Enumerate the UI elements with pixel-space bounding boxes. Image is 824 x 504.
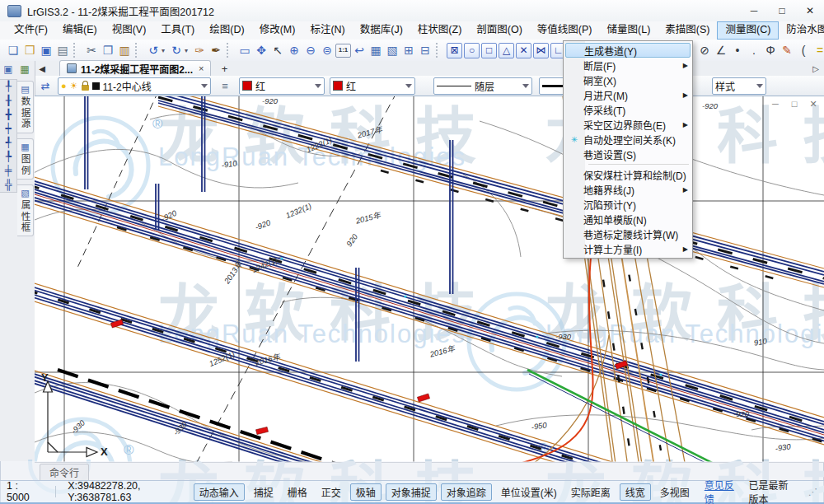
diameter-icon[interactable]: Φ <box>762 42 779 58</box>
mdi-restore-icon[interactable]: □ <box>789 98 800 110</box>
layer-translate-icon[interactable]: ⇄ <box>36 80 54 92</box>
menu-item-tools[interactable]: 工具(T) <box>153 21 202 40</box>
menu-item-earthwork-calc[interactable]: 计算土方量(I)▶ <box>565 241 691 256</box>
sketch-pen-icon[interactable]: ✒ <box>208 42 224 58</box>
feedback-link[interactable]: 意见反馈 <box>705 478 736 504</box>
shape-square-icon[interactable]: □ <box>481 43 497 58</box>
table-split-icon[interactable]: ⊟ <box>417 42 433 58</box>
status-toggle-unit-setting[interactable]: 单位设置(米) <box>496 484 562 500</box>
pencil-edit-icon[interactable]: ✎ <box>779 42 795 58</box>
menu-item-stop-mining-line[interactable]: 停采线(T) <box>565 102 691 117</box>
tab-back-icon[interactable]: ◀ <box>35 62 49 76</box>
status-toggle-lineweight[interactable]: 线宽 <box>620 483 651 501</box>
menu-item-water-control[interactable]: 防治水图(W) <box>779 21 824 40</box>
menu-item-roadway-settings[interactable]: 巷道设置(S) <box>565 147 691 161</box>
snap-node-icon[interactable]: ╋ <box>1 108 16 122</box>
status-toggle-grid[interactable]: 栅格 <box>283 484 312 500</box>
format-painter-icon[interactable]: ✑ <box>191 42 208 58</box>
pan-icon[interactable]: ✥ <box>253 42 269 58</box>
copy-icon[interactable]: ❐ <box>100 42 116 58</box>
angle-measure-icon[interactable]: ∠ <box>713 42 729 58</box>
select-rect-icon[interactable]: ▭ <box>236 42 253 58</box>
cut-icon[interactable]: ✂ <box>83 42 100 58</box>
menu-item-column-chart[interactable]: 柱状图(Z) <box>410 21 469 40</box>
resize-grip[interactable]: ⋰ <box>808 487 817 497</box>
double-line-icon[interactable]: = <box>812 42 824 58</box>
status-toggle-ortho[interactable]: 正交 <box>316 484 346 500</box>
snap-perpendicular-icon[interactable]: ╪ <box>1 164 16 178</box>
menu-item-file[interactable]: 文件(F) <box>7 21 55 40</box>
menu-item-cadastral-boundary[interactable]: 地籍界线(J)▶ <box>565 182 691 197</box>
table-view-icon[interactable]: ⊞ <box>400 42 417 58</box>
status-toggle-polar[interactable]: 极轴 <box>350 483 382 501</box>
menu-item-modify[interactable]: 修改(M) <box>252 21 303 40</box>
undo-dropdown-caret[interactable]: ▾ <box>162 47 168 54</box>
side-tab-properties[interactable]: ▧属性框 <box>17 184 34 237</box>
layer-combo[interactable]: ● ☀ 11-2中心线 <box>58 77 211 95</box>
mdi-close-icon[interactable]: ✕ <box>808 98 819 110</box>
image-view-icon[interactable]: ▦ <box>17 63 32 76</box>
open-folder-icon[interactable]: ❒ <box>21 42 38 58</box>
chevron-down-icon[interactable] <box>405 84 412 88</box>
view-back-icon[interactable]: ↩ <box>351 42 368 58</box>
mdi-minimize-icon[interactable]: ─ <box>770 98 781 110</box>
map-canvas[interactable]: 龙软科技 LongRuan Technologies 龙软科技 龙软科技 Lon… <box>35 96 824 463</box>
menu-item-section[interactable]: 剖面图(O) <box>469 21 530 40</box>
status-toggle-dynamic-input[interactable]: 动态输入 <box>194 483 245 501</box>
chevron-down-icon[interactable] <box>522 84 529 88</box>
menu-item-survey-map[interactable]: 测量图(C) <box>717 21 779 40</box>
command-line-tab[interactable]: 命令行 <box>40 464 89 481</box>
shape-triangle-icon[interactable]: △ <box>499 43 514 58</box>
chevron-down-icon[interactable] <box>756 84 763 88</box>
line-color-combo[interactable]: 红 <box>330 77 415 95</box>
point-large-icon[interactable]: • <box>729 42 746 58</box>
shape-circle-icon[interactable]: ○ <box>464 43 480 58</box>
menu-item-draw[interactable]: 绘图(D) <box>202 21 251 40</box>
undo-icon[interactable]: ↺ <box>145 42 162 58</box>
shape-box-x-icon[interactable]: ⊠ <box>447 43 462 58</box>
layer-region-icon[interactable]: ▦ <box>368 42 384 58</box>
menu-item-auto-spatial-relation[interactable]: ✳自动处理空间关系(K) <box>565 132 691 147</box>
chevron-down-icon[interactable] <box>201 84 208 88</box>
maximize-button[interactable]: □ <box>768 1 796 21</box>
shape-cross-icon[interactable]: ✕ <box>516 43 531 58</box>
pointer-icon[interactable]: ↖ <box>269 42 286 58</box>
minimize-button[interactable]: ─ <box>740 1 768 21</box>
menu-item-roadway-waistline-calc[interactable]: 巷道标定腰线计算(W) <box>565 226 691 241</box>
status-toggle-actual-distance[interactable]: 实际距离 <box>566 484 616 500</box>
zoom-in-icon[interactable]: ⊕ <box>286 42 302 58</box>
snap-nearest-icon[interactable]: ╬ <box>1 178 16 192</box>
style-combo[interactable]: 样式 <box>712 77 766 95</box>
linetype-combo[interactable]: 随层 <box>433 77 532 95</box>
snap-parallel-icon[interactable]: ╄ <box>1 150 16 164</box>
menu-item-fault[interactable]: 断层(F)▶ <box>565 58 691 72</box>
new-file-icon[interactable]: ❏ <box>5 42 21 58</box>
save-icon[interactable]: ▣ <box>38 42 54 58</box>
document-tab[interactable]: 11-2煤采掘工程平面图2... × <box>59 60 211 76</box>
window-cascade-icon[interactable]: ▣ <box>1 63 16 76</box>
zoom-out-icon[interactable]: ⊖ <box>302 42 319 58</box>
menu-item-notice-template[interactable]: 通知单模版(N) <box>565 212 691 226</box>
status-toggle-object-snap[interactable]: 对象捕捉 <box>386 483 437 501</box>
menu-item-generate-roadway[interactable]: 生成巷道(Y) <box>565 43 691 58</box>
menu-item-reserves-map[interactable]: 储量图(L) <box>600 21 658 40</box>
redo-dropdown-caret[interactable]: ▾ <box>185 47 191 54</box>
layer-query-icon[interactable]: ▧ <box>384 42 400 58</box>
arc-tool-icon[interactable]: ( <box>795 42 812 58</box>
status-toggle-multiview[interactable]: 多视图 <box>655 484 695 500</box>
snap-endpoint-icon[interactable]: ╀ <box>1 80 16 94</box>
paste-icon[interactable]: ▥ <box>116 42 133 58</box>
color-combo[interactable]: 红 <box>239 77 325 95</box>
chevron-down-icon[interactable] <box>315 84 321 88</box>
menu-item-annotate[interactable]: 标注(N) <box>302 21 352 40</box>
status-toggle-snap[interactable]: 捕捉 <box>249 484 279 500</box>
close-button[interactable]: ✕ <box>796 1 824 21</box>
menu-item-edit[interactable]: 编辑(E) <box>55 21 105 40</box>
menu-item-goaf-boundary-color[interactable]: 采空区边界颜色(E)▶ <box>565 117 691 132</box>
tab-close-icon[interactable]: × <box>199 63 204 73</box>
menu-item-safety-pillar-calc[interactable]: 保安煤柱计算和绘制(D) <box>565 167 691 182</box>
menu-item-sketch-map[interactable]: 素描图(S) <box>658 21 717 40</box>
layers-manager-icon[interactable]: ≡ <box>216 80 234 92</box>
zoom-actual-icon[interactable]: 1:1 <box>335 44 351 58</box>
redo-icon[interactable]: ↻ <box>168 42 185 58</box>
